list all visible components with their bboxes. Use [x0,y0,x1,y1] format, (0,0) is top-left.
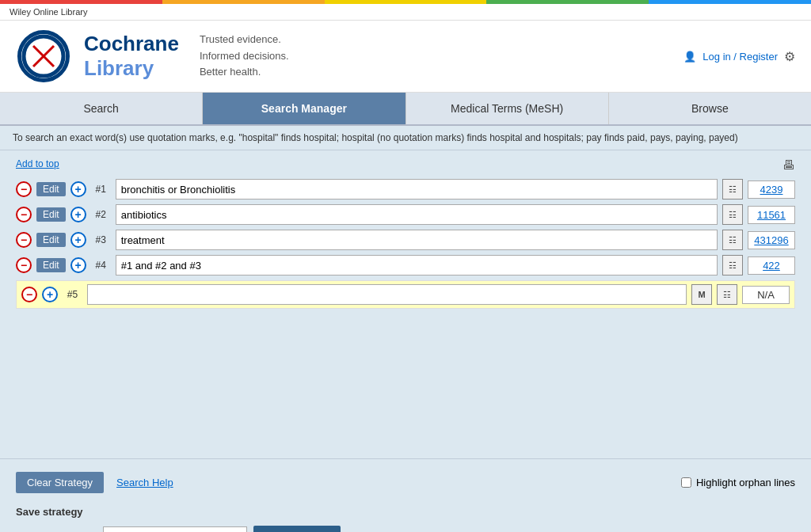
edit-row-1-button[interactable]: Edit [36,182,66,196]
add-to-top-link[interactable]: Add to top [16,158,59,169]
add-row-1-button[interactable]: + [70,181,86,197]
search-input-5[interactable] [87,284,687,305]
search-input-3[interactable] [116,230,718,250]
tab-search-manager[interactable]: Search Manager [203,93,406,124]
login-link[interactable]: Log in / Register [702,51,778,63]
tagline: Trusted evidence. Informed decisions. Be… [200,32,289,81]
result-count-3[interactable]: 431296 [748,231,795,249]
edit-row-2-button[interactable]: Edit [36,207,66,222]
mesh-grid-1-button[interactable]: ☷ [722,179,743,200]
search-input-1[interactable] [116,179,718,200]
highlight-orphan-checkbox[interactable] [681,477,691,488]
add-row-3-button[interactable]: + [70,232,86,248]
gear-icon[interactable]: ⚙ [784,49,795,64]
library-brand: Library [84,56,179,81]
result-count-5: N/A [742,286,790,304]
logo-section: Cochrane Library Trusted evidence. Infor… [16,28,289,84]
print-icon[interactable]: 🖶 [782,158,795,173]
add-row-2-button[interactable]: + [70,207,86,222]
tab-browse[interactable]: Browse [609,93,811,124]
add-row-4-button[interactable]: + [70,257,86,273]
remove-row-4-button[interactable]: − [16,257,32,273]
wiley-label: Wiley Online Library [10,7,87,17]
cochrane-logo [16,28,71,84]
row-4-num: #4 [91,260,111,271]
wiley-bar: Wiley Online Library [0,4,811,21]
row-1-num: #1 [91,184,111,195]
tab-search[interactable]: Search [0,93,203,124]
search-input-2[interactable] [116,204,718,225]
row-5-num: #5 [63,289,82,300]
tab-medical-terms[interactable]: Medical Terms (MeSH) [406,93,609,124]
remove-row-5-button[interactable]: − [21,287,37,302]
main-content: To search an exact word(s) use quotation… [0,126,811,458]
clear-strategy-button[interactable]: Clear Strategy [16,472,104,493]
search-rows: − Edit + #1 ☷ 4239 − Edit + #2 ☷ 11561 − [16,179,795,309]
header: Cochrane Library Trusted evidence. Infor… [0,21,811,93]
remove-row-1-button[interactable]: − [16,181,32,197]
nav-tabs: Search Search Manager Medical Terms (MeS… [0,93,811,126]
highlight-orphan-section: Highlight orphan lines [681,477,795,488]
action-buttons: Clear Strategy Search Help Highlight orp… [16,472,795,493]
remove-row-3-button[interactable]: − [16,232,32,248]
table-row: − Edit + #3 ☷ 431296 [16,230,795,250]
rows-header: Add to top 🖶 [16,158,795,176]
table-row: − Edit + #1 ☷ 4239 [16,179,795,200]
table-row: − Edit + #4 ☷ 422 [16,255,795,276]
mesh-grid-4-button[interactable]: ☷ [722,255,743,276]
strategy-name-input[interactable] [103,526,247,533]
bottom-section: Clear Strategy Search Help Highlight orp… [0,458,811,532]
strategy-name-row: Strategy Name Save Strategy [16,526,795,532]
search-input-4[interactable] [116,255,718,276]
save-strategy-section: Save strategy Strategy Name Save Strateg… [16,506,795,532]
row-3-num: #3 [91,234,111,245]
logo-text: Cochrane Library [84,32,179,81]
cochrane-brand: Cochrane [84,32,179,56]
add-row-5-button[interactable]: + [42,287,58,302]
result-count-2[interactable]: 11561 [748,206,795,224]
save-row: Save Strategy [103,526,341,532]
person-icon: 👤 [683,51,696,63]
mesh-grid-3-button[interactable]: ☷ [722,230,743,250]
result-count-4[interactable]: 422 [748,256,795,275]
mesh-grid-5-button[interactable]: ☷ [717,284,737,305]
save-strategy-button[interactable]: Save Strategy [253,526,341,532]
table-row: − + #5 M ☷ N/A [16,280,795,309]
edit-row-3-button[interactable]: Edit [36,233,66,247]
row-2-num: #2 [91,209,111,220]
search-info: To search an exact word(s) use quotation… [0,126,811,150]
mesh-m-5-button[interactable]: M [691,284,712,305]
remove-row-2-button[interactable]: − [16,207,32,222]
save-strategy-title: Save strategy [16,506,795,518]
mesh-grid-2-button[interactable]: ☷ [722,204,743,225]
edit-row-4-button[interactable]: Edit [36,258,66,272]
search-help-button[interactable]: Search Help [116,477,173,488]
highlight-orphan-label[interactable]: Highlight orphan lines [696,477,795,488]
header-right: 👤 Log in / Register ⚙ [683,49,795,64]
search-area: Add to top 🖶 − Edit + #1 ☷ 4239 − Edit +… [0,150,811,317]
result-count-1[interactable]: 4239 [748,180,795,199]
table-row: − Edit + #2 ☷ 11561 [16,204,795,225]
